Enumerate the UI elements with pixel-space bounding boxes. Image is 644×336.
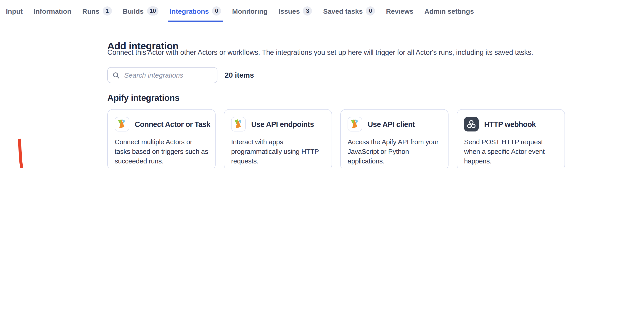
tab-label: Input <box>6 7 22 15</box>
apify-icon <box>231 117 246 131</box>
tab-label: Information <box>34 7 71 15</box>
tab-integrations[interactable]: Integrations0 <box>170 0 221 22</box>
red-arrow-annotation <box>9 132 114 168</box>
search-icon <box>112 71 120 79</box>
card-use-api-endpoints[interactable]: Use API endpoints Interact with apps pro… <box>224 109 332 168</box>
runs-count-badge: 1 <box>102 6 112 15</box>
integrations-page: Input Information Runs1 Builds10 Integra… <box>0 0 644 168</box>
tab-label: Admin settings <box>424 7 474 15</box>
tab-label: Saved tasks <box>323 7 363 15</box>
apify-icon <box>115 117 129 131</box>
search-input[interactable] <box>123 71 217 79</box>
card-connect-actor-or-task[interactable]: Connect Actor or Task Connect multiple A… <box>107 109 216 168</box>
card-description: Access the Apify API from your JavaScrip… <box>348 137 441 166</box>
integrations-count-badge: 0 <box>212 6 221 15</box>
tab-monitoring[interactable]: Monitoring <box>232 0 268 22</box>
card-title: HTTP webhook <box>484 120 536 128</box>
card-http-webhook[interactable]: HTTP webhook Send POST HTTP request when… <box>457 109 565 168</box>
tab-label: Issues <box>278 7 300 15</box>
tab-builds[interactable]: Builds10 <box>123 0 159 22</box>
tab-issues[interactable]: Issues3 <box>278 0 312 22</box>
items-count: 20 items <box>225 71 254 79</box>
tab-saved-tasks[interactable]: Saved tasks0 <box>323 0 375 22</box>
search-box <box>107 67 218 83</box>
card-description: Interact with apps programmatically usin… <box>231 137 325 166</box>
tab-admin-settings[interactable]: Admin settings <box>424 0 474 22</box>
section-title-apify: Apify integrations <box>107 93 180 103</box>
card-title: Use API client <box>368 120 415 128</box>
apify-icon <box>348 117 362 131</box>
tab-input[interactable]: Input <box>6 0 22 22</box>
tab-label: Monitoring <box>232 7 268 15</box>
tab-label: Integrations <box>170 7 209 15</box>
tab-runs[interactable]: Runs1 <box>82 0 112 22</box>
card-use-api-client[interactable]: Use API client Access the Apify API from… <box>340 109 448 168</box>
actor-tab-bar: Input Information Runs1 Builds10 Integra… <box>0 0 644 22</box>
tab-label: Reviews <box>386 7 413 15</box>
page-description: Connect this Actor with other Actors or … <box>107 48 533 57</box>
saved-tasks-count-badge: 0 <box>366 6 375 15</box>
tab-label: Builds <box>123 7 144 15</box>
issues-count-badge: 3 <box>303 6 312 15</box>
card-description: Send POST HTTP request when a specific A… <box>464 137 558 166</box>
tab-reviews[interactable]: Reviews <box>386 0 413 22</box>
card-description: Connect multiple Actors or tasks based o… <box>115 137 208 166</box>
tab-information[interactable]: Information <box>34 0 71 22</box>
card-title: Use API endpoints <box>251 120 314 128</box>
card-title: Connect Actor or Task <box>135 120 210 128</box>
builds-count-badge: 10 <box>147 6 159 15</box>
webhook-icon <box>464 117 479 131</box>
tab-label: Runs <box>82 7 99 15</box>
